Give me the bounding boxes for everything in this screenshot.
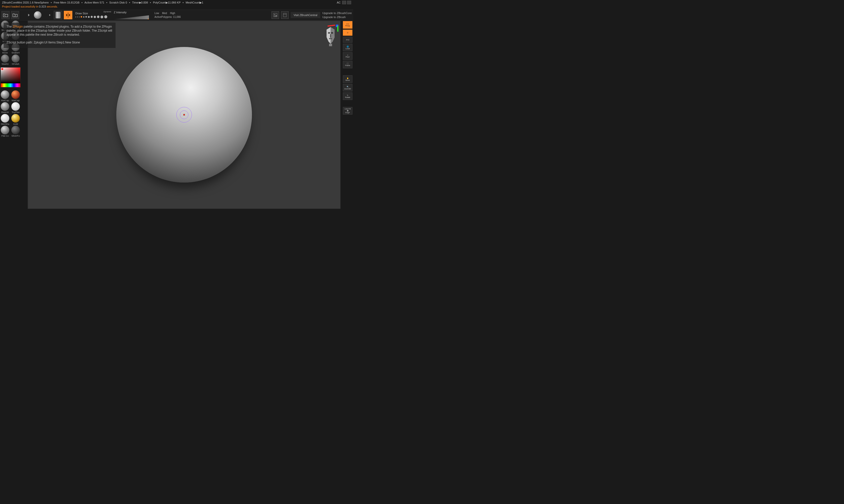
viewport[interactable] — [28, 21, 340, 209]
image-export-icon[interactable] — [271, 11, 279, 19]
label: Move — [345, 79, 350, 81]
rotate-button[interactable]: ↻Rotate — [343, 92, 353, 100]
status-seconds: 0.323 — [39, 5, 46, 8]
dot: • — [183, 1, 184, 4]
label: Rotate — [345, 96, 351, 98]
quality-high[interactable]: High — [170, 12, 175, 15]
window-maximize-icon[interactable] — [347, 1, 351, 4]
svg-rect-8 — [330, 34, 331, 38]
active-tool-sphere[interactable] — [34, 11, 42, 19]
color-picker[interactable] — [0, 67, 21, 87]
move-button[interactable]: ✋Move — [343, 75, 353, 83]
polyframe-button[interactable]: Line Fill▦PolyF — [343, 107, 353, 114]
dot: • — [129, 1, 130, 4]
zoom3d-button[interactable]: 🔍Zoom3D — [343, 84, 353, 91]
upgrade-zbrush-link[interactable]: Upgrade to ZBrush — [322, 16, 352, 19]
frame-button[interactable]: ⛶Frame — [343, 61, 353, 68]
top-info-bar: ZBrushCoreMini 2020.1.6 NewSphere • Free… — [0, 0, 353, 5]
window-restore-icon[interactable] — [342, 1, 346, 4]
svg-rect-2 — [283, 13, 286, 17]
local-button[interactable]: 🌐Local — [343, 44, 353, 51]
material-flatcolor[interactable]: Flat Co — [0, 126, 10, 137]
status-bar: Project loaded successfully in 0.323 sec… — [0, 5, 353, 10]
quality-low[interactable]: Low — [155, 12, 159, 15]
material-matcap-gray[interactable]: MatCap — [0, 90, 10, 102]
primitive-cylinder-button[interactable] — [54, 11, 62, 19]
material-label: Flat Co — [1, 134, 8, 137]
upgrade-zbrushcore-link[interactable]: Upgrade to ZBrushCore — [322, 12, 352, 15]
canvas-frame — [28, 21, 341, 209]
label: Frame — [345, 65, 350, 66]
camera-head-thumbnail[interactable] — [325, 26, 337, 47]
brush-hpolish[interactable]: hPolish — [11, 54, 21, 65]
material-silverfoil[interactable]: SilverFo — [11, 126, 21, 137]
hand-icon: ✋ — [347, 77, 349, 79]
material-label: SilverFo — [11, 134, 20, 137]
main-toolbar: Draw Size Dynamic Z Intensity Low Med Hi… — [0, 10, 353, 21]
material-label: MatCap — [12, 99, 20, 102]
svg-marker-5 — [330, 27, 335, 44]
brush-label: Slash3 — [1, 63, 8, 65]
globe-icon: 🌐 — [347, 46, 349, 48]
material-toyplastic[interactable]: ToyPlas — [11, 102, 21, 113]
color-swatch[interactable] — [1, 68, 3, 70]
dynamic-label: Dynamic — [104, 11, 111, 13]
meshcount: MeshCount▶1 — [186, 1, 203, 4]
free-mem: Free Mem 15.812GB — [54, 1, 79, 4]
label: Floor — [346, 56, 350, 58]
timer: Timer▶0.008 — [132, 1, 148, 4]
dot: • — [106, 1, 107, 4]
svg-point-1 — [274, 14, 275, 15]
label: Zoom3D — [344, 88, 351, 90]
draw-size-slider[interactable] — [75, 15, 107, 18]
scratch-disk: Scratch Disk 0 — [109, 1, 127, 4]
brush-label: Move — [2, 52, 8, 54]
tooltip: The ZPlugin palette contains ZScripted p… — [3, 23, 115, 48]
material-label: Gold — [13, 123, 18, 125]
material-basic[interactable]: BasicM — [0, 102, 10, 113]
rotate-icon: ↻ — [347, 94, 348, 96]
brush-label: SnakeH — [12, 52, 20, 54]
label: Persp — [345, 25, 350, 26]
floor-button[interactable]: ≡Floor — [343, 52, 353, 60]
save-button[interactable] — [11, 11, 19, 19]
zintensity-label: Z Intensity — [114, 11, 149, 14]
zintensity-slider[interactable] — [114, 15, 149, 19]
tooltip-text: The — [6, 25, 13, 29]
active-polygons-value: 11,066 — [173, 16, 181, 18]
status-suffix: seconds. — [46, 5, 58, 8]
ac-label: AC — [337, 1, 341, 4]
open-button[interactable] — [1, 11, 10, 19]
material-palette: MatCap MatCap BasicM ToyPlas SkinSha Gol… — [0, 90, 22, 137]
zintensity-handle[interactable] — [148, 19, 150, 20]
magnifier-icon: 🔍 — [347, 86, 349, 88]
print-3d-icon[interactable] — [281, 11, 289, 19]
active-polygons-label: ActivePolygons: — [155, 16, 172, 18]
axis-y — [337, 25, 338, 32]
perspective-toggle[interactable]: ≡≡≡Persp — [343, 21, 353, 29]
active-mem: Active Mem 571 — [84, 1, 104, 4]
gyro-toggle[interactable]: ◎ — [343, 30, 353, 36]
material-skinshade[interactable]: SkinSha — [0, 114, 10, 125]
svg-rect-6 — [328, 32, 330, 34]
symmetry-button[interactable] — [64, 11, 72, 19]
label: XYZ — [346, 39, 349, 41]
svg-rect-10 — [329, 44, 332, 46]
quality-med[interactable]: Med — [162, 12, 167, 15]
xyz-button[interactable]: XYZ — [343, 37, 353, 43]
brush-cursor-center — [183, 114, 185, 115]
material-label: BasicM — [1, 111, 9, 113]
arrow-icon — [24, 11, 32, 19]
label: Line Fill — [345, 108, 351, 110]
brush-slash3[interactable]: Slash3 — [0, 54, 10, 65]
material-label: SkinSha — [1, 123, 9, 125]
material-gold[interactable]: Gold — [11, 114, 21, 125]
dot: • — [150, 1, 151, 4]
tooltip-keyword: ZPlugin — [13, 25, 23, 29]
draw-size-handle[interactable] — [80, 16, 82, 18]
label: Local — [346, 48, 350, 50]
svg-rect-7 — [331, 32, 333, 34]
material-matcap-red[interactable]: MatCap — [11, 90, 21, 102]
visit-zbrushcentral-button[interactable]: Visit ZBrushCentral — [291, 12, 321, 18]
right-tool-strip: ≡≡≡Persp ◎ XYZ 🌐Local ≡Floor ⛶Frame ✋Mov… — [342, 21, 353, 114]
